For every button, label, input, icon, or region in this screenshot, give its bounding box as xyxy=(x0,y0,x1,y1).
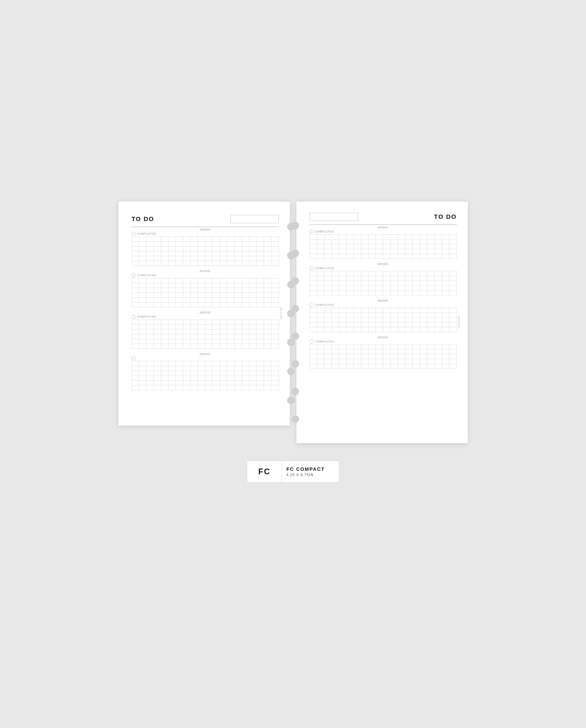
grid-cell xyxy=(310,354,317,359)
grid-cell xyxy=(376,354,383,359)
grid-cell xyxy=(412,308,420,313)
grid-cell xyxy=(383,290,390,295)
grid-cell xyxy=(449,271,457,276)
grid-cell xyxy=(242,302,249,307)
grid-cell xyxy=(176,251,183,256)
grid-cell xyxy=(361,349,368,354)
grid-cell xyxy=(449,249,457,254)
grid-cell xyxy=(412,322,420,327)
grid-cell xyxy=(191,375,198,380)
grid-cell xyxy=(420,354,427,359)
grid-cell xyxy=(131,246,139,251)
grid-cell xyxy=(146,246,153,251)
grid-cell xyxy=(383,234,390,239)
grid-cell xyxy=(332,349,339,354)
grid-cell xyxy=(271,380,278,385)
grid-cell xyxy=(361,249,368,254)
grid-cell xyxy=(376,322,383,327)
grid-cell xyxy=(324,276,332,281)
grid-cell xyxy=(449,239,457,244)
task-grid-3 xyxy=(131,319,279,349)
grid-cell xyxy=(412,344,420,349)
grid-cell xyxy=(398,354,405,359)
grid-cell xyxy=(434,281,442,286)
grid-cell xyxy=(146,339,153,344)
grid-cell xyxy=(257,261,264,265)
grid-cell xyxy=(449,354,457,359)
grid-cell xyxy=(427,244,434,249)
grid-cell xyxy=(346,281,353,286)
grid-cell xyxy=(324,239,332,244)
grid-cell xyxy=(376,290,383,295)
task-row-4 xyxy=(131,356,279,360)
grid-cell xyxy=(442,313,449,317)
grid-cell xyxy=(153,261,161,265)
grid-cell xyxy=(361,244,368,249)
grid-cell xyxy=(242,344,249,348)
grid-cell xyxy=(183,385,190,390)
grid-cell xyxy=(390,254,398,259)
grid-cell xyxy=(271,256,278,261)
grid-cell xyxy=(324,359,332,364)
grid-cell xyxy=(161,319,168,324)
grid-cell xyxy=(339,344,346,349)
grid-cell xyxy=(191,344,198,348)
grid-cell xyxy=(153,385,161,390)
grid-cell xyxy=(146,288,153,292)
circle-bullet-1 xyxy=(131,232,136,236)
grid-cell xyxy=(213,366,220,371)
grid-cell xyxy=(146,302,153,307)
grid-cell xyxy=(161,324,168,329)
r-task-labels-3: ADDED xyxy=(310,300,457,302)
grid-cell xyxy=(257,329,264,334)
grid-cell xyxy=(434,254,442,259)
task-section-left-4: ADDED xyxy=(131,353,279,390)
grid-cell xyxy=(168,237,175,241)
grid-cell xyxy=(310,281,317,286)
r-ring-6 xyxy=(292,360,299,368)
grid-cell xyxy=(153,256,161,261)
grid-cell xyxy=(354,239,361,244)
grid-cell xyxy=(249,361,257,366)
grid-cell xyxy=(346,254,353,259)
grid-cell xyxy=(257,302,264,307)
grid-cell xyxy=(235,339,242,344)
grid-cell xyxy=(146,361,153,366)
grid-cell xyxy=(332,290,339,295)
grid-cell xyxy=(139,380,146,385)
grid-cell xyxy=(235,297,242,302)
grid-cell xyxy=(235,292,242,297)
grid-cell xyxy=(220,246,227,251)
grid-cell xyxy=(146,237,153,241)
grid-cell xyxy=(427,364,434,368)
grid-cell xyxy=(332,254,339,259)
grid-cell xyxy=(442,317,449,322)
grid-cell xyxy=(449,244,457,249)
grid-cell xyxy=(271,288,278,292)
grid-cell xyxy=(317,313,324,317)
grid-cell xyxy=(346,354,353,359)
r-label-added-1: ADDED xyxy=(378,226,388,229)
grid-cell xyxy=(398,359,405,364)
grid-cell xyxy=(271,283,278,288)
grid-cell xyxy=(324,308,332,313)
grid-cell xyxy=(368,290,376,295)
r-task-grid-4 xyxy=(310,344,457,369)
grid-cell xyxy=(257,366,264,371)
grid-cell xyxy=(227,278,235,283)
grid-cell xyxy=(354,364,361,368)
grid-cell xyxy=(339,327,346,332)
grid-cell xyxy=(434,239,442,244)
grid-cell xyxy=(153,292,161,297)
grid-cell xyxy=(220,297,227,302)
grid-cell xyxy=(139,385,146,390)
date-box-right[interactable] xyxy=(310,213,358,221)
grid-cell xyxy=(131,375,139,380)
grid-cell xyxy=(434,271,442,276)
grid-cell xyxy=(354,344,361,349)
grid-cell xyxy=(271,241,278,246)
grid-cell xyxy=(339,322,346,327)
date-box-left[interactable] xyxy=(230,215,279,223)
grid-cell xyxy=(213,334,220,339)
r-ring-5 xyxy=(292,333,299,340)
